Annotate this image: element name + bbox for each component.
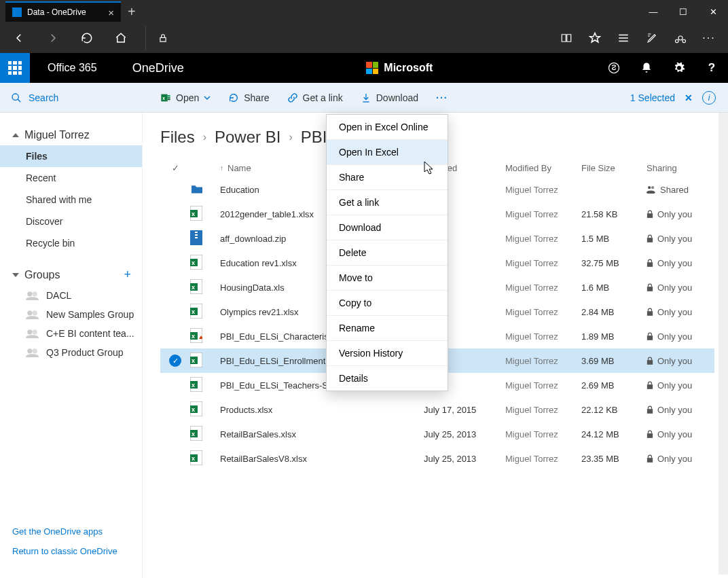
col-modby-header[interactable]: Modified By <box>505 163 581 173</box>
lock-icon <box>647 430 653 438</box>
file-size: 21.58 KB <box>581 209 647 219</box>
close-window-button[interactable]: ✕ <box>698 1 728 22</box>
selection-count: 1 Selected <box>630 92 675 103</box>
group-item[interactable]: DACL <box>0 286 142 305</box>
table-row[interactable]: xProducts.xlsxJuly 17, 2015Miguel Torrez… <box>160 397 714 422</box>
crumb-sep: › <box>289 131 292 143</box>
skype-icon[interactable] <box>598 53 630 83</box>
svg-point-22 <box>26 354 39 357</box>
getlink-button[interactable]: Get a link <box>287 92 343 103</box>
app-launcher[interactable] <box>0 53 30 83</box>
tab-title: Data - OneDrive <box>27 7 86 17</box>
check-icon[interactable]: ✓ <box>169 355 181 367</box>
svg-rect-31 <box>195 232 198 233</box>
minimize-button[interactable]: — <box>638 1 668 22</box>
context-menu-item[interactable]: Open in Excel Online <box>327 115 448 140</box>
crumb-files[interactable]: Files <box>160 128 195 147</box>
svg-point-24 <box>651 186 654 189</box>
settings-icon[interactable] <box>663 53 695 83</box>
refresh-button[interactable] <box>75 26 99 50</box>
svg-rect-54 <box>647 360 653 365</box>
app-name: OneDrive <box>115 61 202 75</box>
group-item[interactable]: New Samples Group <box>0 305 142 324</box>
svg-point-1 <box>678 36 682 40</box>
share-label: Share <box>244 92 269 103</box>
brand-label[interactable]: Office 365 <box>30 62 115 74</box>
lock-icon <box>647 259 653 267</box>
group-item[interactable]: C+E BI content tea... <box>0 324 142 343</box>
open-button[interactable]: x Open <box>160 92 211 103</box>
home-button[interactable] <box>109 26 133 50</box>
file-name[interactable]: RetailBarSalesV8.xlsx <box>220 454 424 464</box>
crumb-powerbi[interactable]: Power BI <box>215 128 280 147</box>
sidebar-item-recycle-bin[interactable]: Recycle bin <box>0 232 142 254</box>
clear-selection-icon[interactable]: ✕ <box>685 92 693 103</box>
sidebar-item-files[interactable]: Files <box>0 145 142 167</box>
notifications-icon[interactable] <box>630 53 663 83</box>
table-row[interactable]: xRetailBarSales.xlsxJuly 25, 2013Miguel … <box>160 422 714 446</box>
file-type-icon: x <box>190 353 220 369</box>
groups-header[interactable]: Groups + <box>0 264 142 286</box>
file-modby: Miguel Torrez <box>505 307 581 317</box>
svg-rect-38 <box>647 262 653 267</box>
link-icon <box>287 92 298 103</box>
share-button[interactable]: Share <box>228 92 269 103</box>
col-size-header[interactable]: File Size <box>581 163 647 173</box>
tab-close-icon[interactable]: × <box>108 7 114 18</box>
context-menu-item[interactable]: Rename <box>327 316 448 341</box>
group-item[interactable]: Q3 Product Group <box>0 343 142 362</box>
office-header: Office 365 OneDrive Microsoft ? <box>0 53 728 83</box>
getlink-label: Get a link <box>303 92 343 103</box>
svg-point-5 <box>12 94 18 100</box>
share-browser-icon[interactable] <box>668 26 693 50</box>
forward-button[interactable] <box>41 26 65 50</box>
more-button[interactable]: ··· <box>436 92 448 103</box>
user-header[interactable]: Miguel Torrez <box>0 125 142 145</box>
browser-tab[interactable]: Data - OneDrive × <box>5 1 121 22</box>
table-row[interactable]: xRetailBarSalesV8.xlsxJuly 25, 2013Migue… <box>160 446 714 471</box>
new-tab-button[interactable]: + <box>128 4 136 20</box>
favorite-icon[interactable] <box>583 26 607 50</box>
back-button[interactable] <box>7 26 31 50</box>
file-type-icon <box>190 183 220 196</box>
get-apps-link[interactable]: Get the OneDrive apps <box>12 526 130 538</box>
info-icon[interactable]: i <box>702 91 716 105</box>
svg-rect-29 <box>647 213 653 218</box>
download-label: Download <box>376 92 418 103</box>
file-date: July 25, 2013 <box>424 429 505 439</box>
sidebar-item-discover[interactable]: Discover <box>0 211 142 232</box>
file-name[interactable]: Products.xlsx <box>220 405 424 415</box>
file-modby: Miguel Torrez <box>505 209 581 219</box>
search-box[interactable]: Search <box>0 92 143 103</box>
maximize-button[interactable]: ☐ <box>668 1 698 22</box>
sidebar-item-shared-with-me[interactable]: Shared with me <box>0 189 142 211</box>
reading-view-icon[interactable] <box>554 26 579 50</box>
file-date: July 17, 2015 <box>424 405 505 415</box>
classic-link[interactable]: Return to classic OneDrive <box>12 546 130 558</box>
hub-icon[interactable] <box>611 26 636 50</box>
context-menu-item[interactable]: Move to <box>327 266 448 291</box>
context-menu-item[interactable]: Download <box>327 215 448 240</box>
context-menu-item[interactable]: Get a link <box>327 190 448 215</box>
help-icon[interactable]: ? <box>695 53 728 83</box>
col-share-header[interactable]: Sharing <box>647 163 714 173</box>
vertical-scrollbar[interactable] <box>718 113 728 575</box>
sidebar-item-recent[interactable]: Recent <box>0 167 142 189</box>
add-group-icon[interactable]: + <box>124 268 131 282</box>
lock-icon <box>145 26 170 50</box>
browser-chrome: Data - OneDrive × + — ☐ ✕ ··· <box>0 0 728 53</box>
file-modby: Miguel Torrez <box>505 454 581 464</box>
more-browser-icon[interactable]: ··· <box>697 26 721 50</box>
svg-rect-10 <box>168 98 170 100</box>
context-menu-item[interactable]: Details <box>327 366 448 391</box>
context-menu-item[interactable]: Delete <box>327 240 448 266</box>
context-menu-item[interactable]: Version History <box>327 341 448 366</box>
col-check[interactable]: ✓ <box>160 163 190 173</box>
file-name[interactable]: RetailBarSales.xlsx <box>220 429 424 439</box>
svg-point-4 <box>608 63 619 73</box>
notes-icon[interactable] <box>640 26 664 50</box>
svg-rect-42 <box>647 287 653 291</box>
context-menu-item[interactable]: Copy to <box>327 291 448 316</box>
svg-point-23 <box>648 186 651 189</box>
download-button[interactable]: Download <box>361 92 418 103</box>
